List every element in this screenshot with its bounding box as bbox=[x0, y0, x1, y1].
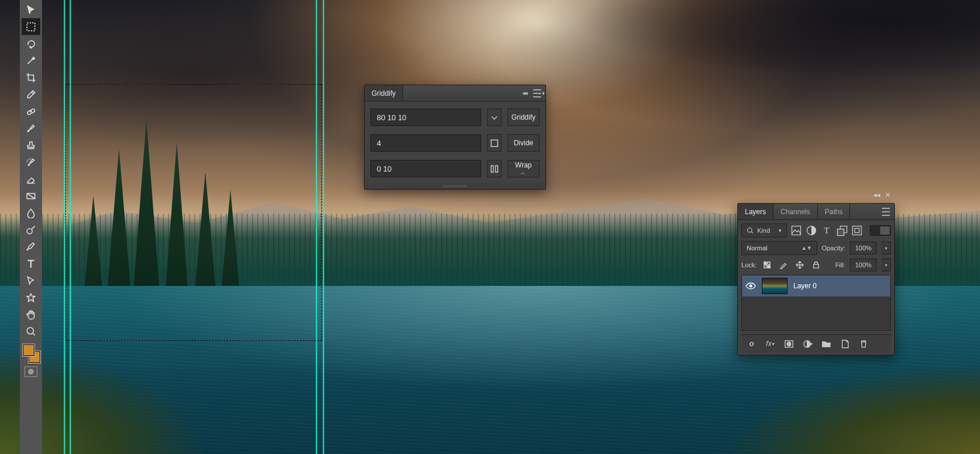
svg-rect-14 bbox=[838, 229, 844, 236]
new-adjustment-icon[interactable]: ▾ bbox=[802, 338, 813, 349]
griddify-panel-header[interactable]: Griddify ◂◂ bbox=[365, 85, 545, 102]
opacity-value[interactable]: 100% bbox=[850, 242, 877, 254]
griddify-option-0[interactable] bbox=[487, 109, 502, 126]
eyedropper-tool[interactable] bbox=[22, 86, 40, 103]
griddify-panel-body: GriddifyDivideWrap︿ bbox=[365, 102, 545, 183]
panel-resize-grip[interactable] bbox=[365, 183, 545, 189]
griddify-input-1[interactable] bbox=[370, 134, 481, 152]
blend-mode-select[interactable]: Normal▲▼ bbox=[741, 241, 817, 255]
griddify-input-2[interactable] bbox=[370, 160, 481, 177]
opacity-flyout[interactable]: ▾ bbox=[881, 242, 891, 254]
foreground-color-swatch[interactable] bbox=[23, 344, 34, 356]
filter-smart-icon[interactable] bbox=[851, 225, 863, 236]
svg-rect-20 bbox=[768, 266, 770, 268]
griddify-action-griddify[interactable]: Griddify bbox=[508, 109, 540, 126]
filter-pixel-icon[interactable] bbox=[790, 225, 802, 236]
griddify-panel[interactable]: Griddify ◂◂ GriddifyDivideWrap︿ bbox=[364, 85, 546, 190]
lock-pixels-icon[interactable] bbox=[778, 259, 789, 271]
quick-mask-toggle[interactable] bbox=[24, 366, 37, 377]
fill-value[interactable]: 100% bbox=[850, 259, 877, 271]
griddify-tab[interactable]: Griddify bbox=[365, 85, 403, 101]
blur-tool[interactable] bbox=[22, 204, 40, 221]
svg-rect-11 bbox=[792, 226, 801, 235]
griddify-option-2[interactable] bbox=[487, 160, 502, 177]
crop-tool[interactable] bbox=[22, 69, 40, 86]
layers-list[interactable]: Layer 0 bbox=[741, 275, 891, 331]
gradient-tool[interactable] bbox=[22, 187, 40, 204]
layer-visibility-icon[interactable] bbox=[746, 281, 756, 291]
svg-rect-21 bbox=[814, 264, 819, 268]
eraser-tool[interactable] bbox=[22, 170, 40, 187]
tab-channels[interactable]: Channels bbox=[774, 204, 818, 219]
color-swatches[interactable] bbox=[22, 344, 40, 363]
layer-filter-kind-select[interactable]: Kind ▾ bbox=[741, 223, 787, 238]
pen-tool[interactable] bbox=[22, 238, 40, 255]
tab-paths[interactable]: Paths bbox=[818, 204, 850, 219]
layers-close-button[interactable]: ✕ bbox=[885, 191, 891, 199]
filter-adjustment-icon[interactable] bbox=[806, 225, 817, 236]
tools-panel bbox=[20, 0, 42, 454]
shape-tool[interactable] bbox=[22, 289, 40, 306]
type-tool[interactable] bbox=[22, 255, 40, 272]
zoom-tool[interactable] bbox=[22, 323, 40, 340]
lock-transparency-icon[interactable] bbox=[761, 259, 773, 271]
quick-select-tool[interactable] bbox=[22, 52, 40, 69]
lock-position-icon[interactable] bbox=[794, 259, 806, 271]
layers-panel-menu-button[interactable] bbox=[880, 204, 894, 219]
tab-layers[interactable]: Layers bbox=[738, 204, 774, 219]
griddify-option-1[interactable] bbox=[487, 134, 502, 152]
healing-brush-tool[interactable] bbox=[22, 103, 40, 120]
svg-rect-16 bbox=[855, 228, 859, 233]
layers-panel[interactable]: ◂◂ ✕ Layers Channels Paths Kind ▾ T Norm… bbox=[737, 203, 895, 355]
layers-collapse-button[interactable]: ◂◂ bbox=[873, 191, 880, 199]
filter-type-icon[interactable]: T bbox=[821, 225, 832, 236]
selection-marquee[interactable] bbox=[65, 84, 322, 341]
filter-toggle[interactable] bbox=[870, 225, 891, 236]
layer-name[interactable]: Layer 0 bbox=[793, 282, 817, 290]
guide-vertical[interactable] bbox=[64, 0, 65, 454]
lasso-tool[interactable] bbox=[22, 35, 40, 52]
fill-flyout[interactable]: ▾ bbox=[881, 259, 891, 271]
guide-vertical[interactable] bbox=[323, 0, 324, 454]
svg-point-6 bbox=[27, 327, 33, 334]
svg-point-2 bbox=[30, 110, 32, 111]
filter-shape-icon[interactable] bbox=[836, 225, 848, 236]
layers-panel-body: Kind ▾ T Normal▲▼ Opacity: 100% ▾ Lock: bbox=[738, 220, 894, 355]
svg-rect-9 bbox=[495, 165, 498, 172]
new-layer-icon[interactable] bbox=[839, 338, 850, 349]
layer-thumbnail[interactable] bbox=[762, 278, 788, 294]
svg-rect-17 bbox=[764, 262, 766, 264]
move-tool[interactable] bbox=[22, 1, 40, 18]
svg-rect-7 bbox=[491, 139, 498, 146]
griddify-action-wrap[interactable]: Wrap︿ bbox=[508, 160, 540, 177]
path-select-tool[interactable] bbox=[22, 272, 40, 289]
griddify-input-0[interactable] bbox=[370, 109, 481, 126]
fill-label: Fill: bbox=[835, 261, 845, 268]
svg-rect-19 bbox=[764, 266, 766, 268]
layers-panel-header[interactable]: Layers Channels Paths bbox=[738, 204, 894, 220]
svg-point-5 bbox=[33, 243, 34, 244]
svg-rect-0 bbox=[27, 23, 35, 31]
new-group-icon[interactable] bbox=[821, 338, 831, 349]
svg-point-22 bbox=[750, 285, 752, 288]
marquee-tool[interactable] bbox=[22, 18, 40, 35]
brush-tool[interactable] bbox=[22, 120, 40, 137]
svg-point-10 bbox=[748, 228, 752, 233]
clone-stamp-tool[interactable] bbox=[22, 137, 40, 153]
add-mask-icon[interactable] bbox=[783, 338, 794, 349]
link-layers-icon[interactable] bbox=[746, 338, 757, 349]
hand-tool[interactable] bbox=[22, 306, 40, 323]
history-brush-tool[interactable] bbox=[22, 153, 40, 170]
delete-layer-icon[interactable] bbox=[858, 338, 869, 349]
panel-menu-button[interactable] bbox=[531, 85, 545, 101]
dodge-tool[interactable] bbox=[22, 221, 40, 238]
griddify-action-divide[interactable]: Divide bbox=[508, 134, 540, 152]
svg-rect-8 bbox=[491, 165, 494, 172]
layers-panel-footer: fx▾ ▾ bbox=[741, 334, 891, 352]
panel-collapse-button[interactable]: ◂◂ bbox=[517, 85, 531, 101]
svg-rect-18 bbox=[768, 262, 770, 264]
lock-all-icon[interactable] bbox=[810, 259, 822, 271]
layer-row[interactable]: Layer 0 bbox=[742, 275, 890, 296]
layer-fx-icon[interactable]: fx▾ bbox=[765, 338, 775, 349]
griddify-title: Griddify bbox=[372, 89, 396, 97]
